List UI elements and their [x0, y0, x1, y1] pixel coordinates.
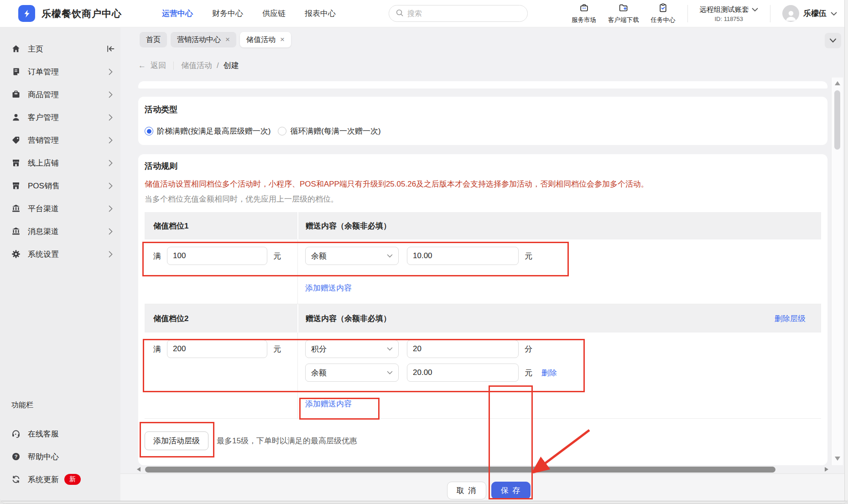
window-bottom-edge: [0, 501, 848, 504]
sidebar-item-system-update[interactable]: 系统更新 新: [0, 468, 120, 491]
tier1-gift-value-input[interactable]: [407, 247, 519, 265]
user-menu[interactable]: 乐檬伍: [782, 5, 837, 22]
radio-unselected-icon[interactable]: [278, 127, 286, 135]
home-icon: [11, 44, 21, 53]
chevron-down-icon: [387, 347, 393, 351]
tier2-name: 储值档位2: [153, 313, 188, 324]
sidebar-item-platform-channels[interactable]: 平台渠道: [0, 197, 120, 220]
tier2-add-gift-link[interactable]: 添加赠送内容: [305, 399, 352, 409]
gift-unit-label: 元: [525, 368, 532, 378]
user-name: 乐檬伍: [803, 8, 827, 19]
chevron-right-icon: [106, 160, 115, 166]
chevron-down-icon: [387, 371, 393, 374]
refresh-icon: [11, 475, 21, 484]
chevron-right-icon: [106, 205, 115, 212]
delete-tier-link[interactable]: 删除层级: [775, 313, 806, 324]
top-header: 乐檬餐饮商户中心 运营中心 财务中心 供应链 报表中心 服务市场: [0, 0, 848, 27]
scroll-left-arrow-icon[interactable]: [137, 467, 140, 472]
form-action-bar: 取 消 保 存: [120, 473, 844, 501]
sidebar-item-message-channels[interactable]: 消息渠道: [0, 220, 120, 243]
window-scrollbar-gutter[interactable]: [844, 0, 848, 504]
sidebar-item-products[interactable]: 商品管理: [0, 83, 120, 106]
back-arrow-icon[interactable]: ←: [138, 61, 146, 70]
tier1-header-row: 储值档位1 赠送内容（余额非必填）: [145, 212, 821, 239]
sidebar-item-home[interactable]: 主页: [0, 37, 120, 60]
cancel-button[interactable]: 取 消: [447, 482, 486, 499]
svg-text:?: ?: [14, 454, 17, 459]
tier1-amount-input[interactable]: [167, 247, 267, 265]
sidebar-item-customers[interactable]: 客户管理: [0, 106, 120, 129]
storefront-icon: [11, 181, 21, 190]
sidebar-item-online-store[interactable]: 线上店铺: [0, 151, 120, 174]
tab-marketing-center[interactable]: 营销活动中心 ×: [171, 32, 236, 47]
nav-finance[interactable]: 财务中心: [212, 8, 243, 19]
sidebar-collapse-icon[interactable]: [106, 45, 115, 52]
close-icon[interactable]: ×: [225, 35, 230, 44]
client-download-link[interactable]: 客户端下载: [608, 3, 639, 24]
sidebar-item-settings[interactable]: 系统设置: [0, 243, 120, 265]
tab-home[interactable]: 首页: [140, 32, 167, 47]
radio-cyclic-gift[interactable]: 循环满赠(每满一次赠一次): [278, 126, 380, 136]
nav-operations[interactable]: 运营中心: [162, 8, 193, 19]
search-input[interactable]: [407, 10, 512, 18]
back-link[interactable]: 返回: [151, 60, 166, 71]
scroll-up-arrow-icon[interactable]: [835, 81, 840, 85]
tier2-amount-input[interactable]: [167, 340, 267, 358]
sidebar: 主页 订单管理 商品管理 客户管理 营销管理 线上店铺: [0, 27, 120, 504]
briefcase-icon: [579, 3, 589, 15]
sidebar-item-pos-sales[interactable]: POS销售: [0, 174, 120, 197]
horizontal-scrollbar[interactable]: [135, 465, 831, 473]
max-tier-note: 最多15级，下单时以满足的最高层级优惠: [217, 436, 357, 446]
tab-stored-value-activity[interactable]: 储值活动 ×: [240, 32, 291, 47]
global-search[interactable]: [389, 5, 528, 22]
scrolled-card-edge: [138, 81, 827, 88]
breadcrumb-parent[interactable]: 储值活动: [181, 60, 212, 71]
threshold-prefix-label: 满: [153, 344, 161, 354]
vertical-scrollbar[interactable]: [831, 78, 843, 465]
tier2-gift1-value-input[interactable]: [407, 340, 519, 358]
bank-icon: [11, 227, 21, 236]
sidebar-item-help-center[interactable]: ? 帮助中心: [0, 445, 120, 468]
threshold-prefix-label: 满: [153, 251, 161, 261]
sidebar-item-orders[interactable]: 订单管理: [0, 60, 120, 83]
scroll-down-arrow-icon[interactable]: [835, 457, 840, 461]
nav-reports[interactable]: 报表中心: [305, 8, 336, 19]
add-tier-button[interactable]: 添加活动层级: [145, 431, 208, 450]
service-market-link[interactable]: 服务市场: [572, 3, 596, 24]
tier-priority-note: 当多个档位充值金额相同时，优先应用上一层级的档位。: [145, 194, 821, 204]
tier1-add-gift-link[interactable]: 添加赠送内容: [305, 283, 352, 293]
currency-unit-label: 元: [273, 344, 281, 354]
vertical-scrollbar-thumb[interactable]: [834, 90, 840, 150]
radio-tiered-gift[interactable]: 阶梯满赠(按满足最高层级赠一次): [145, 126, 271, 136]
primary-nav: 运营中心 财务中心 供应链 报表中心: [162, 8, 336, 19]
tier2-gift2-value-input[interactable]: [407, 364, 519, 382]
sidebar-item-marketing[interactable]: 营销管理: [0, 129, 120, 151]
chevron-down-icon: [831, 10, 837, 18]
breadcrumb: ← 返回 储值活动 / 创建: [138, 60, 239, 71]
tier2-gift2-type-select[interactable]: 余额: [305, 364, 399, 382]
chevron-down-icon: [752, 5, 758, 14]
task-center-link[interactable]: 任务中心: [651, 3, 676, 24]
tag-icon: [11, 135, 21, 145]
save-button[interactable]: 保 存: [491, 482, 531, 499]
close-icon[interactable]: ×: [280, 35, 285, 44]
radio-selected-icon[interactable]: [145, 127, 153, 135]
clipboard-check-icon: [658, 3, 668, 15]
task-center-label: 任务中心: [651, 16, 676, 24]
horizontal-scrollbar-thumb[interactable]: [145, 467, 775, 473]
account-switcher[interactable]: 远程组测试账套 ID: 118753: [700, 5, 759, 22]
remove-gift-link[interactable]: 删除: [541, 368, 557, 378]
scroll-right-arrow-icon[interactable]: [825, 467, 828, 472]
tier2-gift1-type-select[interactable]: 积分: [305, 340, 399, 358]
tab-list-dropdown-button[interactable]: [825, 33, 841, 48]
gift-column-header: 赠送内容（余额非必填）: [306, 313, 391, 324]
tier2-gift2-line: 余额 元 删除: [305, 364, 557, 382]
chevron-down-icon: [387, 254, 393, 258]
receipt-icon: [11, 67, 21, 76]
nav-supply-chain[interactable]: 供应链: [262, 8, 286, 19]
activity-rules-title: 活动规则: [145, 161, 821, 171]
tier1-gift-type-select[interactable]: 余额: [305, 247, 399, 265]
box-icon: [11, 90, 21, 99]
sidebar-item-online-support[interactable]: 在线客服: [0, 422, 120, 445]
tier1-body-row: 满 元 余额 元: [145, 239, 821, 272]
